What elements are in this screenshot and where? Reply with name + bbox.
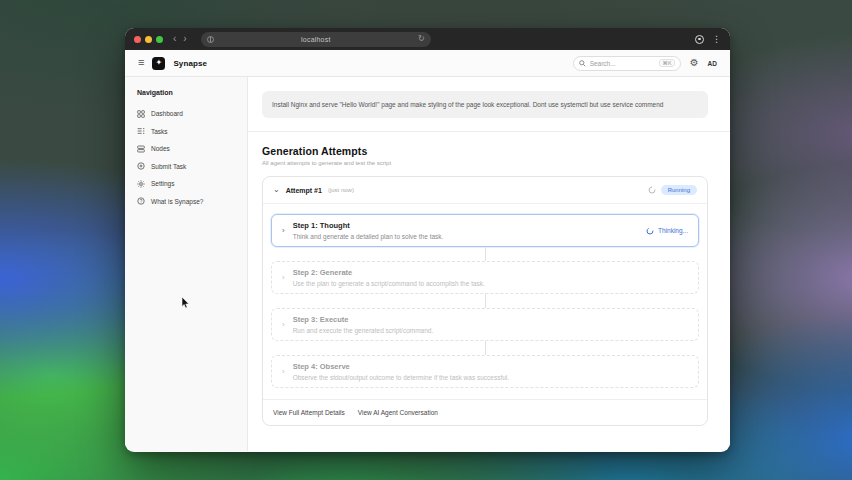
sidebar-item-settings[interactable]: Settings	[137, 175, 235, 193]
attempt-header[interactable]: ⌄ Attempt #1 (just now) Running	[263, 177, 707, 204]
sidebar-item-dashboard[interactable]: Dashboard	[137, 105, 235, 123]
view-full-attempt-details-link[interactable]: View Full Attempt Details	[273, 409, 345, 416]
sidebar-item-label: Nodes	[151, 145, 170, 152]
site-favicon-icon	[207, 36, 214, 43]
step-connector	[485, 341, 486, 355]
search-shortcut-badge: ⌘K	[659, 59, 674, 67]
synapse-logo-icon[interactable]: ✦	[152, 57, 165, 70]
attempt-card: ⌄ Attempt #1 (just now) Running › Step 1…	[262, 176, 708, 426]
sidebar-item-what-is-synapse[interactable]: ? What is Synapse?	[137, 193, 235, 211]
browser-profile-icon[interactable]	[695, 35, 704, 44]
sidebar-item-label: Tasks	[151, 128, 168, 135]
reload-icon[interactable]: ↻	[418, 35, 425, 43]
search-input[interactable]	[590, 60, 656, 67]
help-circle-icon: ?	[137, 197, 145, 205]
app-title: Synapse	[173, 59, 207, 68]
step-subtitle: Observe the stdout/output outcome to det…	[293, 374, 509, 381]
nodes-stack-icon	[137, 145, 145, 153]
sidebar-item-label: What is Synapse?	[151, 198, 203, 205]
spinner-icon	[648, 186, 656, 194]
browser-window: ‹ › localhost ↻ ⋮ ≡ ✦ Synapse ⌘K ⚙ AD	[125, 28, 730, 452]
sidebar-toggle-icon[interactable]: ≡	[138, 57, 144, 68]
browser-back-button[interactable]: ‹	[173, 34, 176, 44]
step-title: Step 3: Execute	[293, 315, 434, 324]
step-connector	[485, 294, 486, 308]
step-card-execute[interactable]: › Step 3: Execute Run and execute the ge…	[271, 308, 699, 341]
chevron-down-icon[interactable]: ⌄	[273, 186, 280, 194]
dashboard-grid-icon	[137, 110, 145, 118]
settings-gear-icon	[137, 180, 145, 188]
mouse-cursor	[181, 297, 190, 309]
browser-titlebar: ‹ › localhost ↻ ⋮	[125, 28, 730, 50]
settings-gear-icon[interactable]: ⚙	[690, 58, 699, 68]
maximize-window-button[interactable]	[156, 36, 163, 43]
steps-list: › Step 1: Thought Think and generate a d…	[263, 204, 707, 388]
traffic-lights	[134, 36, 163, 43]
sidebar-item-nodes[interactable]: Nodes	[137, 140, 235, 158]
sidebar-item-label: Dashboard	[151, 110, 183, 117]
sidebar: Navigation Dashboard Tasks Nodes Submit …	[125, 77, 248, 451]
svg-text:?: ?	[140, 199, 143, 204]
browser-forward-button[interactable]: ›	[183, 34, 186, 44]
step-status-text: Thinking...	[658, 227, 688, 234]
browser-menu-icon[interactable]: ⋮	[712, 35, 721, 44]
address-bar[interactable]: localhost ↻	[201, 32, 431, 47]
step-subtitle: Use the plan to generate a script/comman…	[293, 280, 485, 287]
submit-plus-icon	[137, 162, 145, 170]
page-subtitle: All agent attempts to generate and test …	[262, 160, 708, 166]
user-avatar[interactable]: AD	[708, 60, 717, 67]
step-title: Step 1: Thought	[293, 221, 444, 230]
chevron-right-icon[interactable]: ›	[282, 274, 285, 282]
step-card-thought[interactable]: › Step 1: Thought Think and generate a d…	[271, 214, 699, 247]
url-text: localhost	[214, 36, 418, 43]
attempt-timestamp: (just now)	[328, 187, 354, 193]
content-divider	[248, 131, 730, 132]
search-box[interactable]: ⌘K	[573, 56, 681, 71]
sidebar-section-label: Navigation	[137, 89, 235, 96]
thinking-spinner-icon	[646, 227, 654, 235]
chevron-right-icon[interactable]: ›	[282, 368, 285, 376]
sidebar-item-submit-task[interactable]: Submit Task	[137, 158, 235, 176]
view-ai-agent-conversation-link[interactable]: View AI Agent Conversation	[358, 409, 438, 416]
search-icon	[579, 60, 586, 67]
page-title: Generation Attempts	[262, 145, 708, 157]
step-card-observe[interactable]: › Step 4: Observe Observe the stdout/out…	[271, 355, 699, 388]
step-card-generate[interactable]: › Step 2: Generate Use the plan to gener…	[271, 261, 699, 294]
app-header: ≡ ✦ Synapse ⌘K ⚙ AD	[125, 50, 730, 77]
sidebar-item-label: Settings	[151, 180, 175, 187]
step-subtitle: Think and generate a detailed plan to so…	[293, 233, 444, 240]
attempt-footer: View Full Attempt Details View AI Agent …	[263, 399, 707, 425]
step-title: Step 2: Generate	[293, 268, 485, 277]
step-subtitle: Run and execute the generated script/com…	[293, 327, 434, 334]
minimize-window-button[interactable]	[145, 36, 152, 43]
attempt-title: Attempt #1	[286, 187, 322, 194]
sidebar-item-tasks[interactable]: Tasks	[137, 123, 235, 141]
task-description: Install Nginx and serve "Hello World!" p…	[262, 91, 708, 118]
status-badge: Running	[661, 185, 697, 195]
step-title: Step 4: Observe	[293, 362, 509, 371]
step-connector	[485, 247, 486, 261]
main-content: Install Nginx and serve "Hello World!" p…	[248, 77, 730, 451]
chevron-right-icon[interactable]: ›	[282, 227, 285, 235]
tasks-list-icon	[137, 127, 145, 135]
chevron-right-icon[interactable]: ›	[282, 321, 285, 329]
close-window-button[interactable]	[134, 36, 141, 43]
sidebar-item-label: Submit Task	[151, 163, 186, 170]
